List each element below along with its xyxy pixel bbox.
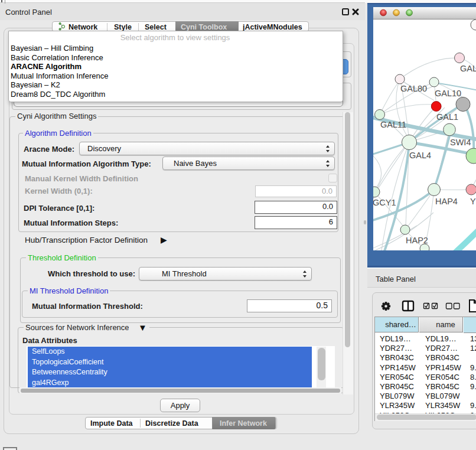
svg-text:GAL10: GAL10	[435, 89, 461, 98]
svg-text:HAP4: HAP4	[435, 197, 458, 206]
svg-text:SWI4: SWI4	[450, 138, 471, 147]
svg-text:HAP2: HAP2	[406, 236, 428, 245]
svg-text:Y: Y	[470, 197, 476, 206]
svg-text:GAL: GAL	[460, 64, 476, 73]
svg-text:GAL80: GAL80	[400, 84, 427, 93]
svg-text:GAL11: GAL11	[380, 120, 406, 129]
svg-text:GAL4: GAL4	[409, 151, 431, 160]
svg-text:GAL1: GAL1	[436, 112, 458, 122]
svg-text:GCY1: GCY1	[373, 198, 396, 207]
